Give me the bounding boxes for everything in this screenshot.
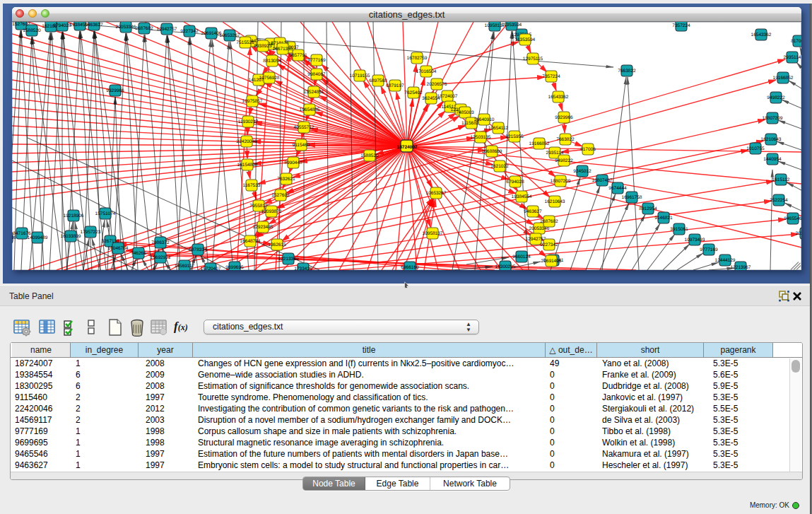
svg-text:9463627: 9463627 <box>524 209 542 214</box>
svg-text:10807487: 10807487 <box>592 178 613 183</box>
svg-text:12503135: 12503135 <box>471 135 491 140</box>
svg-text:16033809: 16033809 <box>61 234 81 239</box>
svg-text:12923485: 12923485 <box>253 225 273 230</box>
svg-text:7485003: 7485003 <box>456 110 474 115</box>
svg-text:16210643: 16210643 <box>761 137 782 142</box>
svg-text:10719155: 10719155 <box>350 74 370 78</box>
svg-text:9660124: 9660124 <box>512 255 531 259</box>
svg-text:9465546: 9465546 <box>784 216 801 221</box>
svg-text:7515526: 7515526 <box>236 40 254 45</box>
svg-text:12093872: 12093872 <box>261 209 282 214</box>
svg-text:16543362: 16543362 <box>548 95 569 100</box>
svg-text:1615112: 1615112 <box>772 177 790 182</box>
svg-text:10958137: 10958137 <box>423 231 443 236</box>
svg-text:9115460: 9115460 <box>293 143 310 148</box>
svg-text:17016504: 17016504 <box>416 69 437 74</box>
svg-text:20053346: 20053346 <box>116 25 136 30</box>
svg-text:16782759: 16782759 <box>407 56 428 61</box>
svg-text:9674444: 9674444 <box>608 186 627 191</box>
svg-text:18807209: 18807209 <box>763 116 783 121</box>
svg-text:15751074: 15751074 <box>95 211 116 216</box>
svg-text:2522254: 2522254 <box>770 198 788 203</box>
svg-text:8215955: 8215955 <box>505 134 524 139</box>
svg-text:11930217: 11930217 <box>238 119 259 124</box>
svg-text:18300295: 18300295 <box>495 264 516 269</box>
svg-text:9463627: 9463627 <box>85 23 103 28</box>
svg-text:14569117: 14569117 <box>175 264 195 269</box>
svg-text:3915061: 3915061 <box>670 227 688 232</box>
svg-text:18724007: 18724007 <box>397 145 418 150</box>
svg-text:17957223: 17957223 <box>81 230 101 235</box>
svg-text:19654885: 19654885 <box>300 107 320 112</box>
svg-text:20691406: 20691406 <box>201 31 222 36</box>
svg-text:6966160: 6966160 <box>401 265 419 270</box>
svg-text:7625402: 7625402 <box>404 90 423 95</box>
svg-text:1621022: 1621022 <box>490 164 509 169</box>
svg-text:8990448: 8990448 <box>284 160 302 165</box>
svg-text:19166852: 19166852 <box>773 76 794 81</box>
svg-text:12942757: 12942757 <box>526 237 546 242</box>
svg-text:8813054: 8813054 <box>263 59 281 64</box>
svg-text:2935114: 2935114 <box>784 55 801 60</box>
svg-text:10973493: 10973493 <box>685 238 705 243</box>
svg-text:9329966: 9329966 <box>555 115 573 120</box>
svg-text:18724007: 18724007 <box>437 94 458 99</box>
svg-text:1221336: 1221336 <box>12 235 16 240</box>
svg-text:8938923: 8938923 <box>254 44 272 49</box>
svg-text:16154808: 16154808 <box>237 163 258 168</box>
svg-text:9777169: 9777169 <box>700 247 718 252</box>
svg-text:7357224: 7357224 <box>542 74 560 79</box>
svg-text:7632621: 7632621 <box>277 177 295 182</box>
svg-text:16543362: 16543362 <box>751 33 772 37</box>
svg-text:19384554: 19384554 <box>512 194 532 199</box>
svg-text:6897568: 6897568 <box>369 78 387 83</box>
svg-text:7955812: 7955812 <box>249 204 268 209</box>
svg-text:9699695: 9699695 <box>225 265 244 270</box>
svg-text:9498222: 9498222 <box>767 95 785 100</box>
svg-text:16210643: 16210643 <box>545 199 565 204</box>
svg-text:7663822: 7663822 <box>618 69 636 74</box>
svg-text:1362615: 1362615 <box>268 243 286 247</box>
svg-text:11353594: 11353594 <box>515 37 536 42</box>
svg-text:817006: 817006 <box>791 39 801 44</box>
svg-text:9498222: 9498222 <box>555 158 573 163</box>
svg-text:2687682: 2687682 <box>135 26 153 31</box>
svg-text:6794028: 6794028 <box>53 23 71 28</box>
svg-text:5878334: 5878334 <box>189 247 207 252</box>
svg-text:12213967: 12213967 <box>731 265 751 270</box>
svg-text:12213369: 12213369 <box>278 257 299 262</box>
svg-text:1588520: 1588520 <box>23 28 41 33</box>
svg-text:817006: 817006 <box>580 147 596 152</box>
svg-text:40555712: 40555712 <box>294 125 314 130</box>
svg-text:10756928: 10756928 <box>259 76 280 81</box>
svg-text:20691406: 20691406 <box>541 259 562 264</box>
svg-text:20206576: 20206576 <box>427 82 447 87</box>
svg-text:9245012: 9245012 <box>573 169 592 174</box>
svg-text:10654112: 10654112 <box>488 126 509 131</box>
svg-text:12444129: 12444129 <box>715 258 736 263</box>
svg-text:7357224: 7357224 <box>672 23 690 28</box>
svg-text:6879197: 6879197 <box>386 83 404 88</box>
svg-text:13524851: 13524851 <box>304 90 324 95</box>
svg-text:16640910: 16640910 <box>474 117 495 122</box>
svg-text:9777169: 9777169 <box>307 58 326 63</box>
svg-text:9984067: 9984067 <box>307 72 326 77</box>
svg-text:9146821: 9146821 <box>654 216 673 221</box>
svg-text:15720407: 15720407 <box>201 267 221 270</box>
svg-text:1588520: 1588520 <box>360 153 379 158</box>
svg-text:7663822: 7663822 <box>556 137 575 142</box>
svg-text:1010755: 1010755 <box>746 146 765 151</box>
svg-text:10975857: 10975857 <box>242 99 263 104</box>
svg-text:2687682: 2687682 <box>540 219 558 224</box>
svg-text:10688609: 10688609 <box>482 149 502 154</box>
svg-text:10653267: 10653267 <box>426 191 447 196</box>
svg-text:9329966: 9329966 <box>106 88 124 93</box>
svg-text:746266: 746266 <box>131 251 146 256</box>
svg-text:1733426: 1733426 <box>294 267 312 270</box>
svg-text:16961758: 16961758 <box>622 195 642 200</box>
svg-text:6794028: 6794028 <box>506 180 524 185</box>
svg-text:20364436: 20364436 <box>796 231 801 236</box>
svg-text:10653267: 10653267 <box>220 33 240 38</box>
svg-text:22420046: 22420046 <box>237 139 257 144</box>
svg-text:16648784: 16648784 <box>240 239 261 244</box>
